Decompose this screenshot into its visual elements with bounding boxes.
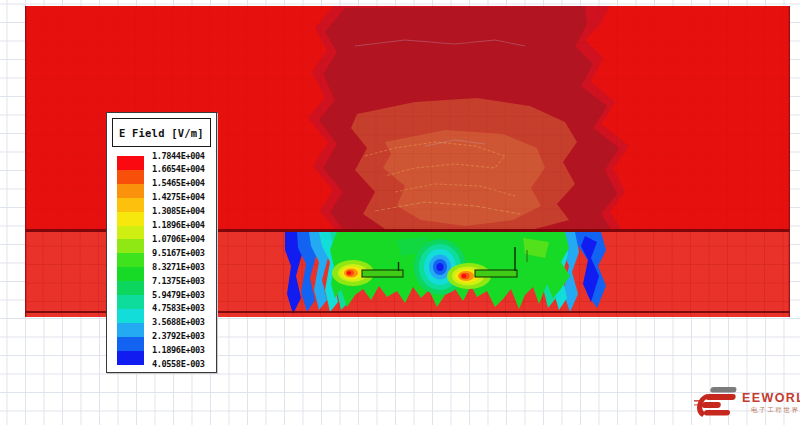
colorbar-value: 1.0706E+004 xyxy=(152,234,205,245)
colorbar-block xyxy=(117,337,144,351)
colorbar-value: 8.3271E+003 xyxy=(152,262,205,273)
colorbar-block xyxy=(117,295,144,309)
domain-left-edge xyxy=(25,6,26,317)
colorbar-value: 9.5167E+003 xyxy=(152,248,205,259)
colorbar-block xyxy=(117,198,144,212)
eeworld-logo-icon xyxy=(694,384,740,422)
eeworld-brand-text: EEWORLD xyxy=(742,392,800,405)
colorbar-block xyxy=(117,351,144,365)
colorbar-value: 1.5465E+004 xyxy=(152,178,205,189)
colorbar-value: 1.3085E+004 xyxy=(152,206,205,217)
colorbar-value: 1.7844E+004 xyxy=(152,151,205,162)
simulation-screenshot: { "legend": { "title": "E Field [V/m]", … xyxy=(0,0,800,425)
colorbar-value: 3.5688E+003 xyxy=(152,317,205,328)
colorbar-value: 4.0558E-003 xyxy=(152,359,205,370)
field-legend-panel: E Field [V/m] 1.7844E+0041.6654E+0041.54… xyxy=(106,112,217,373)
colorbar-value: 2.3792E+003 xyxy=(152,331,205,342)
colorbar-block xyxy=(117,156,144,170)
legend-title: E Field [V/m] xyxy=(112,118,211,147)
colorbar-value: 5.9479E+003 xyxy=(152,290,205,301)
colorbar-block xyxy=(117,253,144,267)
colorbar-value: 7.1375E+003 xyxy=(152,276,205,287)
colorbar-value: 1.1896E+004 xyxy=(152,220,205,231)
domain-right-edge xyxy=(789,6,790,317)
colorbar-block xyxy=(117,184,144,198)
colorbar-block xyxy=(117,212,144,226)
eeworld-subtitle-text: 电子工程世界 xyxy=(751,405,800,414)
colorbar-value: 1.6654E+004 xyxy=(152,164,205,175)
colorbar-value: 1.4275E+004 xyxy=(152,192,205,203)
colorbar-block xyxy=(117,239,144,253)
colorbar-value: 4.7583E+003 xyxy=(152,303,205,314)
colorbar-block xyxy=(117,226,144,240)
colorbar-block xyxy=(117,170,144,184)
colorbar-block xyxy=(117,267,144,281)
colorbar-value: 1.1896E+003 xyxy=(152,345,205,356)
colorbar-block xyxy=(117,281,144,295)
colorbar-block xyxy=(117,323,144,337)
colorbar-block xyxy=(117,309,144,323)
eeworld-logo: EEWORLD 电子工程世界 xyxy=(694,384,800,424)
